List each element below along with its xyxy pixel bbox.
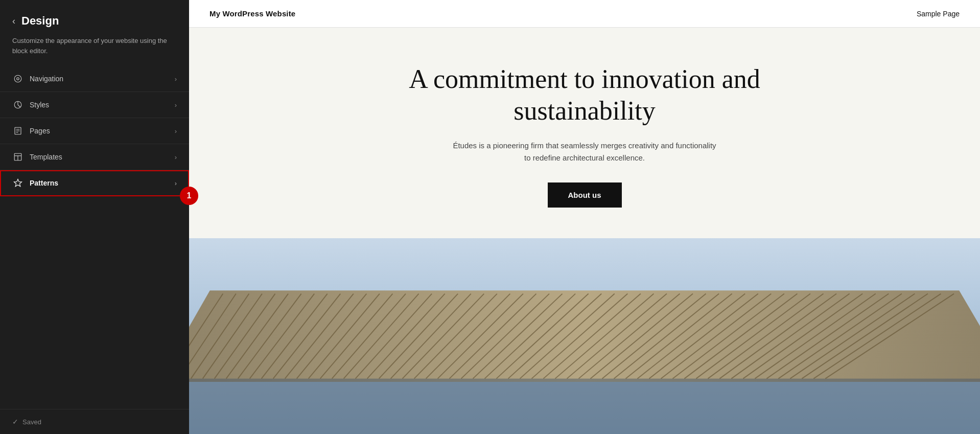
preview-topbar: My WordPress Website Sample Page bbox=[189, 0, 980, 28]
sidebar-item-styles[interactable]: Styles › bbox=[0, 92, 189, 118]
sidebar-item-templates[interactable]: Templates › bbox=[0, 144, 189, 170]
sidebar-item-templates-label: Templates bbox=[30, 153, 175, 161]
sidebar-description: Customize the appearance of your website… bbox=[0, 36, 189, 66]
step-badge: 1 bbox=[180, 187, 198, 205]
patterns-icon bbox=[12, 177, 24, 189]
preview-site-title: My WordPress Website bbox=[209, 9, 295, 18]
preview-hero: A commitment to innovation and sustainab… bbox=[189, 28, 980, 238]
svg-point-1 bbox=[17, 78, 19, 80]
styles-icon bbox=[12, 99, 24, 110]
preview-area: My WordPress Website Sample Page A commi… bbox=[189, 0, 980, 434]
chevron-right-icon-patterns: › bbox=[175, 179, 177, 187]
preview-hero-subtitle: Études is a pioneering firm that seamles… bbox=[452, 140, 717, 164]
chevron-right-icon: › bbox=[175, 75, 177, 83]
sidebar-item-navigation[interactable]: Navigation › bbox=[0, 66, 189, 92]
sidebar: ‹ Design Customize the appearance of you… bbox=[0, 0, 189, 434]
sidebar-footer: ✓ Saved bbox=[0, 409, 189, 434]
preview-nav-link[interactable]: Sample Page bbox=[917, 10, 960, 18]
svg-point-0 bbox=[14, 75, 21, 82]
navigation-icon bbox=[12, 73, 24, 84]
sidebar-item-patterns-label: Patterns bbox=[30, 179, 175, 187]
saved-check-icon: ✓ bbox=[12, 418, 18, 426]
preview-cta-button[interactable]: About us bbox=[548, 182, 622, 208]
back-button[interactable]: ‹ bbox=[12, 16, 15, 27]
saved-label: Saved bbox=[22, 418, 41, 426]
sidebar-title: Design bbox=[21, 14, 59, 28]
chevron-right-icon-pages: › bbox=[175, 127, 177, 135]
svg-rect-70 bbox=[189, 378, 980, 434]
chevron-right-icon-styles: › bbox=[175, 101, 177, 109]
sidebar-item-pages-label: Pages bbox=[30, 127, 175, 135]
preview-hero-title: A commitment to innovation and sustainab… bbox=[406, 63, 763, 127]
sidebar-item-styles-label: Styles bbox=[30, 101, 175, 109]
svg-marker-10 bbox=[14, 179, 22, 187]
sidebar-header: ‹ Design bbox=[0, 0, 189, 36]
sidebar-item-pages[interactable]: Pages › bbox=[0, 118, 189, 144]
building-illustration bbox=[189, 238, 980, 434]
templates-icon bbox=[12, 151, 24, 163]
preview-image-area bbox=[189, 238, 980, 434]
chevron-right-icon-templates: › bbox=[175, 153, 177, 161]
sidebar-item-patterns[interactable]: Patterns › 1 bbox=[0, 170, 189, 196]
sidebar-menu: Navigation › Styles › Pages › Templates … bbox=[0, 66, 189, 409]
pages-icon bbox=[12, 125, 24, 136]
sidebar-item-navigation-label: Navigation bbox=[30, 75, 175, 83]
